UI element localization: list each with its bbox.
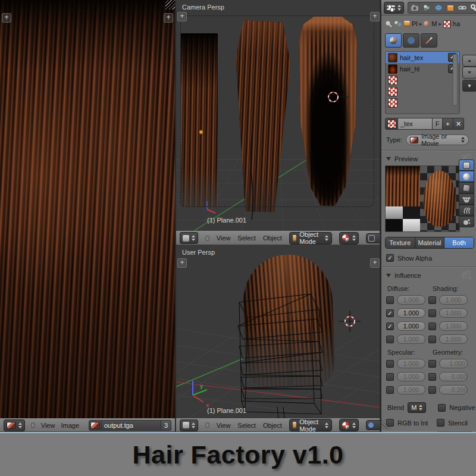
- browse-image-button[interactable]: [89, 420, 102, 431]
- mode-dropdown[interactable]: Object Mode: [289, 419, 332, 431]
- influence-value[interactable]: 0.000: [439, 372, 468, 381]
- influence-checkbox[interactable]: [428, 373, 436, 381]
- preview-sphere-button[interactable]: [459, 171, 474, 182]
- menu-image[interactable]: Image: [61, 422, 79, 429]
- viewport-user-canvas[interactable]: yx User Persp (1) Plane.001 + +: [176, 245, 380, 418]
- stencil-checkbox[interactable]: [437, 419, 444, 427]
- texture-slot-row[interactable]: [386, 86, 459, 97]
- fake-user-button[interactable]: F: [433, 118, 443, 130]
- texture-slot-row[interactable]: hair_tex ✓: [386, 52, 459, 63]
- texture-type-dropdown[interactable]: Image or Movie: [406, 134, 469, 145]
- influence-checkbox[interactable]: [428, 386, 436, 394]
- breadcrumb-material[interactable]: M: [431, 20, 437, 27]
- slot-move-up-button[interactable]: [462, 55, 476, 67]
- region-grip-icon[interactable]: [165, 0, 175, 10]
- preview-hair-button[interactable]: [459, 205, 474, 216]
- influence-checkbox[interactable]: [386, 386, 394, 394]
- menu-object[interactable]: Object: [263, 234, 282, 242]
- influence-checkbox[interactable]: [428, 322, 436, 330]
- influence-checkbox[interactable]: [428, 360, 436, 368]
- expand-region-icon[interactable]: +: [370, 258, 380, 268]
- expand-region-icon[interactable]: +: [2, 13, 11, 23]
- expand-region-icon[interactable]: +: [370, 12, 380, 21]
- pin-icon[interactable]: [385, 20, 392, 27]
- material-preview[interactable]: [420, 166, 459, 231]
- influence-value[interactable]: 1.000: [397, 334, 425, 344]
- viewport-shading-dropdown[interactable]: [339, 419, 359, 431]
- preview-monkey-button[interactable]: [459, 193, 474, 205]
- texture-slot-row[interactable]: [386, 97, 459, 108]
- tab-material[interactable]: Material: [415, 237, 445, 248]
- slot-specials-menu-button[interactable]: ▼: [462, 80, 476, 92]
- image-users-count[interactable]: 3: [161, 420, 171, 431]
- influence-panel-header[interactable]: Influence: [386, 271, 476, 280]
- preview-flat-button[interactable]: [459, 159, 474, 171]
- influence-value[interactable]: 1.000: [397, 385, 425, 394]
- influence-value[interactable]: 1.000: [439, 334, 468, 344]
- menu-view[interactable]: View: [217, 422, 231, 429]
- influence-value[interactable]: 1.000: [397, 372, 425, 381]
- influence-checkbox[interactable]: ✓: [386, 309, 394, 317]
- menu-object[interactable]: Object: [263, 422, 282, 429]
- image-name-field[interactable]: output.tga: [102, 420, 161, 431]
- breadcrumb-texture[interactable]: ha: [453, 20, 460, 27]
- influence-value[interactable]: 1.000: [439, 308, 468, 318]
- viewport-shading-dropdown[interactable]: [339, 232, 359, 245]
- tab-object[interactable]: [445, 3, 456, 12]
- menu-select[interactable]: Select: [237, 422, 256, 429]
- influence-value[interactable]: 1.000: [397, 308, 425, 318]
- editor-type-button[interactable]: [180, 419, 198, 431]
- list-scrollbar[interactable]: [453, 54, 458, 106]
- influence-value[interactable]: 0.200: [439, 385, 468, 394]
- texture-slot-row[interactable]: [386, 74, 459, 86]
- tab-brush-texture[interactable]: [421, 33, 437, 48]
- menu-view[interactable]: View: [41, 422, 55, 429]
- image-editor-canvas[interactable]: [0, 0, 175, 418]
- menu-select[interactable]: Select: [237, 234, 256, 242]
- expand-region-icon[interactable]: +: [177, 12, 187, 21]
- expand-region-icon[interactable]: +: [164, 13, 173, 23]
- influence-checkbox[interactable]: [386, 296, 394, 304]
- expand-region-icon[interactable]: +: [177, 258, 187, 268]
- texture-slot-row[interactable]: hair_hl ✓: [386, 63, 459, 74]
- viewport-camera-canvas[interactable]: Camera Persp (1) Plane.001 + +: [176, 0, 380, 231]
- menu-view[interactable]: View: [217, 234, 231, 242]
- texture-preview[interactable]: [386, 166, 420, 231]
- tab-both[interactable]: Both: [444, 237, 474, 248]
- blend-dropdown[interactable]: M: [408, 402, 426, 413]
- editor-type-button[interactable]: [384, 2, 404, 14]
- unlink-texture-button[interactable]: ✕: [453, 118, 464, 130]
- influence-value[interactable]: 1.000: [397, 295, 425, 305]
- influence-value[interactable]: 1.000: [439, 321, 468, 331]
- editor-type-button[interactable]: [180, 232, 198, 244]
- snap-button-clipped[interactable]: [366, 233, 381, 243]
- mode-dropdown[interactable]: Object Mode: [289, 232, 332, 245]
- influence-value[interactable]: 1.000: [397, 321, 425, 331]
- texture-name-field[interactable]: _tex: [398, 118, 433, 130]
- influence-checkbox[interactable]: ✓: [386, 322, 394, 330]
- collapse-menus-icon[interactable]: [31, 422, 35, 428]
- influence-checkbox[interactable]: [428, 336, 436, 343]
- collapse-menus-icon[interactable]: [205, 236, 209, 241]
- show-alpha-checkbox[interactable]: ✓: [386, 254, 394, 262]
- influence-checkbox[interactable]: [428, 309, 436, 317]
- tab-texture[interactable]: Texture: [386, 237, 415, 248]
- influence-value[interactable]: 1.000: [397, 359, 425, 368]
- nodes-icon[interactable]: [394, 20, 402, 27]
- preview-cube-button[interactable]: [459, 182, 474, 193]
- tab-render[interactable]: [409, 3, 420, 12]
- influence-value[interactable]: 1.000: [439, 359, 468, 368]
- breadcrumb-object[interactable]: Pl: [412, 20, 418, 27]
- influence-checkbox[interactable]: [386, 373, 394, 381]
- browse-texture-button[interactable]: [385, 118, 398, 130]
- slot-move-down-button[interactable]: [462, 67, 476, 79]
- tab-world[interactable]: [433, 3, 444, 12]
- editor-type-button[interactable]: [4, 419, 25, 431]
- tab-material-texture[interactable]: [385, 33, 402, 48]
- influence-value[interactable]: 1.000: [439, 295, 468, 305]
- influence-checkbox[interactable]: [428, 296, 436, 304]
- snap-button-clipped[interactable]: [366, 420, 381, 430]
- collapse-menus-icon[interactable]: [205, 422, 209, 428]
- tab-scene[interactable]: [421, 3, 432, 12]
- negative-checkbox[interactable]: [438, 404, 446, 412]
